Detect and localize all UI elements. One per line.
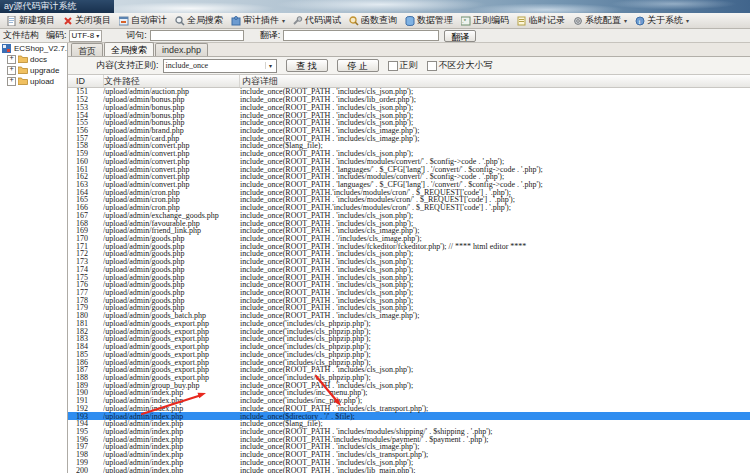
phrase-label: 词句: xyxy=(126,29,147,42)
search-results-table: 151/upload/admin/auction.phpinclude_once… xyxy=(68,88,750,473)
auto-audit-icon xyxy=(119,16,129,26)
code-debug-button[interactable]: 代码调试 xyxy=(289,14,345,27)
regex-encode-button[interactable]: .*正则编码 xyxy=(457,14,513,27)
tree-item-label: upgrade xyxy=(30,66,59,75)
audit-plugin-button[interactable]: 审计插件▾ xyxy=(227,14,289,27)
auto-audit-button[interactable]: 自动审计 xyxy=(115,14,171,27)
phrase-input[interactable] xyxy=(150,30,244,41)
temp-record-icon xyxy=(517,16,527,26)
audit-plugin-icon xyxy=(231,16,241,26)
close-project-icon xyxy=(63,16,73,26)
temp-record-label: 临时记录 xyxy=(529,14,565,27)
tree-item-label: upload xyxy=(30,77,54,86)
window-title: ay源代码审计系统 xyxy=(0,0,114,13)
table-header: ID文件路径内容详细 xyxy=(68,74,750,88)
chevron-down-icon: ▾ xyxy=(282,17,285,24)
new-project-icon xyxy=(7,16,17,26)
new-project-label: 新建项目 xyxy=(19,14,55,27)
system-config-label: 系统配置 xyxy=(585,14,621,27)
regex-checkbox-label: 正则 xyxy=(400,59,418,72)
stop-button[interactable]: 停 止 xyxy=(337,59,379,72)
chevron-down-icon: ▾ xyxy=(686,17,689,24)
tree-item-label: docs xyxy=(30,55,47,64)
search-bar: 内容(支持正则): include_once ▾ 查 找 停 止 正则 不区分大… xyxy=(68,57,750,74)
translate-button[interactable]: 翻译 xyxy=(444,30,476,42)
audit-plugin-label: 审计插件 xyxy=(243,14,279,27)
checkbox-icon xyxy=(388,61,398,71)
translate-label: 翻译: xyxy=(260,29,281,42)
search-label: 内容(支持正则): xyxy=(96,59,159,72)
svg-text:.*: .* xyxy=(462,18,467,24)
function-query-label: 函数查询 xyxy=(361,14,397,27)
system-config-icon xyxy=(573,16,583,26)
function-query-button[interactable]: 函数查询 xyxy=(345,14,401,27)
new-project-button[interactable]: 新建项目 xyxy=(3,14,59,27)
tab-index-php[interactable]: index.php xyxy=(155,43,208,56)
code-debug-icon xyxy=(293,16,303,26)
encoding-label: 编码: xyxy=(46,29,67,42)
main-toolbar: 新建项目关闭项目自动审计全局搜索审计插件▾代码调试函数查询数据管理.*正则编码临… xyxy=(0,13,750,29)
folder-icon xyxy=(18,55,28,65)
chevron-down-icon: ▾ xyxy=(265,62,276,69)
tree-root-project[interactable]: ECShop_V2.7.3_GBK_rele xyxy=(0,43,67,54)
checkbox-icon xyxy=(427,61,437,71)
expand-plus-icon[interactable]: + xyxy=(7,66,16,75)
column-header-file-path: 文件路径 xyxy=(104,75,240,87)
system-config-button[interactable]: 系统配置▾ xyxy=(569,14,631,27)
expand-plus-icon[interactable]: + xyxy=(7,55,16,64)
file-tree-panel: ECShop_V2.7.3_GBK_rele +docs+upgrade+upl… xyxy=(0,43,68,473)
desktop-background xyxy=(114,0,750,13)
close-project-button[interactable]: 关闭项目 xyxy=(59,14,115,27)
encoding-value: UTF-8 xyxy=(72,31,95,40)
global-search-icon xyxy=(175,16,185,26)
cell-id: 200 xyxy=(76,466,103,473)
global-search-label: 全局搜索 xyxy=(187,14,223,27)
table-row[interactable]: 200/upload/admin/index.phpinclude_once(R… xyxy=(68,466,750,473)
file-structure-label: 文件结构 xyxy=(3,29,39,42)
global-search-page: 内容(支持正则): include_once ▾ 查 找 停 止 正则 不区分大… xyxy=(68,56,750,473)
expand-plus-icon[interactable]: + xyxy=(7,77,16,86)
column-header-id: ID xyxy=(76,75,104,87)
chevron-down-icon: ▾ xyxy=(96,32,99,39)
project-icon xyxy=(2,44,12,54)
tree-item-docs[interactable]: +docs xyxy=(0,54,67,65)
tab-bar: 首页全局搜索index.php xyxy=(68,43,750,56)
about-system-button[interactable]: i关于系统▾ xyxy=(631,14,693,27)
top-strip: ay源代码审计系统 xyxy=(0,0,750,13)
tree-item-upgrade[interactable]: +upgrade xyxy=(0,65,67,76)
folder-icon xyxy=(18,77,28,87)
search-value: include_once xyxy=(164,61,209,70)
function-query-icon xyxy=(349,16,359,26)
data-manage-label: 数据管理 xyxy=(417,14,453,27)
cell-file-path: /upload/admin/index.php xyxy=(103,466,238,473)
tab-global-search[interactable]: 全局搜索 xyxy=(104,42,154,56)
translate-input[interactable] xyxy=(283,30,439,41)
cell-content-detail: include_once(ROOT_PATH . 'includes/lib_m… xyxy=(238,466,750,473)
encoding-select[interactable]: UTF-8 ▾ xyxy=(69,30,103,42)
data-manage-icon xyxy=(405,16,415,26)
tree-root-label: ECShop_V2.7.3_GBK_rele xyxy=(14,44,67,53)
regex-encode-label: 正则编码 xyxy=(473,14,509,27)
temp-record-button[interactable]: 临时记录 xyxy=(513,14,569,27)
column-header-content-detail: 内容详细 xyxy=(240,75,750,88)
case-checkbox-label: 不区分大小写 xyxy=(439,59,493,72)
chevron-down-icon: ▾ xyxy=(624,17,627,24)
secondary-toolbar: 文件结构 编码: UTF-8 ▾ 词句: 翻译: 翻译 xyxy=(0,29,750,43)
svg-text:i: i xyxy=(639,17,641,25)
about-system-icon: i xyxy=(635,16,645,26)
close-project-label: 关闭项目 xyxy=(75,14,111,27)
folder-icon xyxy=(18,66,28,76)
search-input[interactable]: include_once ▾ xyxy=(163,59,277,73)
regex-checkbox[interactable]: 正则 xyxy=(388,59,418,72)
tab-home[interactable]: 首页 xyxy=(71,43,103,56)
find-button[interactable]: 查 找 xyxy=(286,59,328,72)
auto-audit-label: 自动审计 xyxy=(131,14,167,27)
about-system-label: 关于系统 xyxy=(647,14,683,27)
regex-encode-icon: .* xyxy=(461,16,471,26)
code-debug-label: 代码调试 xyxy=(305,14,341,27)
data-manage-button[interactable]: 数据管理 xyxy=(401,14,457,27)
case-insensitive-checkbox[interactable]: 不区分大小写 xyxy=(427,59,493,72)
tree-item-upload[interactable]: +upload xyxy=(0,76,67,87)
global-search-button[interactable]: 全局搜索 xyxy=(171,14,227,27)
